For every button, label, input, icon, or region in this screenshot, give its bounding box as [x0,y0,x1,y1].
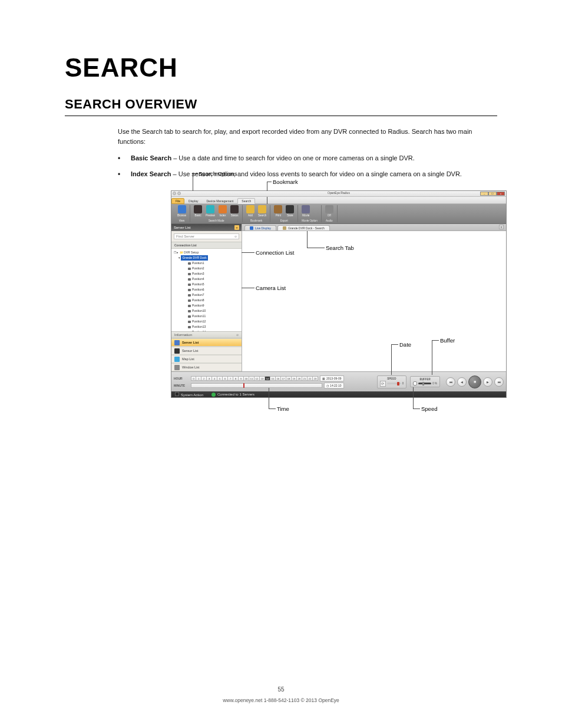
tree-camera-item[interactable]: Position4 [174,276,239,282]
buffer-checkbox[interactable] [413,381,417,386]
ribbon-button-status[interactable]: Status [230,205,239,217]
find-server-input[interactable]: Find Server ⊘ [174,233,239,239]
hour-cell[interactable]: 0 [191,376,196,381]
speed-control[interactable]: SPEED ⟳ 0 [377,375,407,388]
hour-cell[interactable]: 15 [270,376,276,381]
speed-reset-icon[interactable]: ⟳ [380,381,386,387]
tree-camera-item[interactable]: Position10 [174,308,239,314]
ribbon-tab-display[interactable]: Display [184,198,202,204]
hour-cell[interactable]: 10 [244,376,249,381]
hour-cell[interactable]: 17 [281,376,286,381]
tree-device-row[interactable]: ▾ Grande DVR Dock [174,255,239,261]
hour-cell[interactable]: 19 [292,376,297,381]
hour-cell[interactable]: 21 [302,376,308,381]
information-panel[interactable]: Information ⊘ [171,331,242,338]
hour-cell[interactable]: 5 [217,376,223,381]
buffer-slider[interactable] [418,383,431,384]
add-server-button[interactable]: + [234,225,239,230]
ribbon-button-browse[interactable]: Browse [177,205,186,217]
tree-root[interactable]: ☐ ▸ 📁 DVR Setup [174,250,239,255]
hour-cell[interactable]: 18 [286,376,292,381]
ribbon-tab-search[interactable]: Search [237,198,255,204]
hour-cell[interactable]: 14 [265,376,270,381]
window-close-button[interactable]: x [497,192,505,196]
tree-device-selected[interactable]: Grande DVR Dock [181,255,207,261]
bullet-index-search: Index Search – Use sensor, motion, and v… [118,169,497,179]
minute-marker[interactable] [243,383,244,388]
tree-camera-item[interactable]: Position9 [174,303,239,308]
skip-forward-button[interactable] [494,377,504,387]
status-left-text: System Action [181,393,203,397]
side-tab-map-list[interactable]: Map List [171,355,242,363]
ribbon-button-add[interactable]: Add [246,205,254,217]
ribbon-button-basic[interactable]: Basic [194,205,202,217]
tree-camera-item[interactable]: Position1 [174,261,239,266]
side-tab-label: Map List [182,357,194,361]
window-maximize-button[interactable]: ☐ [488,192,497,196]
hour-cell[interactable]: 16 [276,376,281,381]
map-icon [174,357,180,362]
ribbon-button-label: Movie [302,214,309,217]
buffer-control[interactable]: BUFFER 0 % [410,376,440,387]
hour-cell[interactable]: 20 [297,376,302,381]
ribbon-button-search[interactable]: Search [258,205,266,217]
tree-camera-item[interactable]: Position5 [174,282,239,287]
ribbon-button-index[interactable]: Index [219,205,227,217]
ribbon-button-print[interactable]: Print [274,205,282,217]
speed-knob[interactable] [397,382,399,386]
hour-cell[interactable]: 2 [201,376,207,381]
hour-cell[interactable]: 13 [260,376,265,381]
sen-icon [174,348,180,354]
connection-tree[interactable]: ☐ ▸ 📁 DVR Setup ▾ Grande DVR Dock Positi… [171,249,242,331]
ribbon-tab-file[interactable]: File [171,198,184,204]
hour-selector[interactable]: 01234567891011121314151617181920212223 [191,376,318,381]
tree-camera-item[interactable]: Position13 [174,324,239,330]
tree-camera-item[interactable]: Position6 [174,287,239,292]
ribbon-button-movie[interactable]: Movie [302,205,310,217]
callout-bookmark: Bookmark [273,179,298,185]
ribbon-button-save[interactable]: Save [286,205,294,217]
play-button[interactable] [483,377,492,387]
view-tab-search[interactable]: Grande DVR Dock - Search [277,225,330,230]
step-back-button[interactable] [457,377,467,387]
hour-cell[interactable]: 9 [239,376,244,381]
hour-cell[interactable]: 8 [233,376,239,381]
hour-cell[interactable]: 12 [254,376,260,381]
ribbon-button-off[interactable]: Off [325,205,333,217]
minute-timeline[interactable] [191,383,322,388]
find-clear-icon[interactable]: ⊘ [234,235,237,238]
ribbon-tab-device[interactable]: Device Management [202,198,237,204]
ribbon-button-preview[interactable]: Preview [206,205,215,217]
date-input[interactable]: ▦ 2013-09-09 [320,375,344,381]
tree-camera-item[interactable]: Position11 [174,314,239,319]
window-minimize-button[interactable]: – [480,192,488,196]
side-tab-window-list[interactable]: Window List [171,363,242,371]
tree-camera-item[interactable]: Position12 [174,319,239,324]
hour-cell[interactable]: 4 [212,376,217,381]
ribbon-group: BasicPreviewIndexStatusSearch Mode [190,205,243,222]
quick-icon[interactable] [177,192,181,195]
hour-cell[interactable]: 6 [223,376,228,381]
time-input[interactable]: ◷ 14:22:10 [324,383,343,388]
speed-slider[interactable] [387,383,401,384]
tree-camera-item[interactable]: Position7 [174,292,239,298]
hour-cell[interactable]: 23 [313,376,318,381]
buffer-knob[interactable] [422,382,424,386]
hour-cell[interactable]: 22 [308,376,313,381]
speed-value: 0 [402,382,404,385]
view-tab-live[interactable]: Live Display [244,225,276,230]
tree-camera-item[interactable]: Position8 [174,298,239,303]
side-tab-server-list[interactable]: Server List [171,338,242,347]
hour-cell[interactable]: 3 [207,376,212,381]
info-collapse-icon[interactable]: ⊘ [236,333,239,337]
hour-cell[interactable]: 1 [196,376,201,381]
view-close-button[interactable]: x [499,225,504,229]
skip-back-button[interactable] [446,377,455,387]
hour-cell[interactable]: 7 [228,376,233,381]
tree-camera-item[interactable]: Position3 [174,271,239,276]
side-tab-sensor-list[interactable]: Sensor List [171,347,242,355]
hour-cell[interactable]: 11 [249,376,254,381]
sysmenu-icon[interactable] [173,192,176,195]
stop-button[interactable] [468,375,481,388]
tree-camera-item[interactable]: Position2 [174,266,239,271]
